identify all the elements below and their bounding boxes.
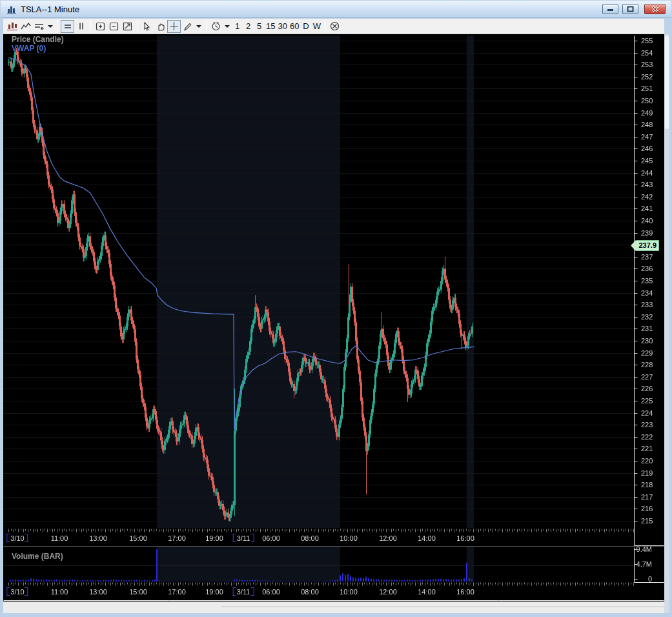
horizontal-scrollbar[interactable] [3, 602, 664, 613]
price-tick-label: 247 [641, 133, 667, 141]
price-tick-label: 220 [641, 457, 667, 465]
price-tick-label: 226 [641, 385, 667, 392]
time-tick-label: 17:00 [168, 534, 186, 542]
price-tick-label: 241 [641, 205, 667, 212]
price-tick-label: 225 [641, 397, 667, 405]
price-tick-label: 216 [641, 505, 667, 512]
chart-client-area: Price (Candle) VWAP (0) Volume (BAR) 255… [3, 34, 664, 613]
price-chart-area[interactable] [3, 34, 634, 528]
app-window: TSLA--1 Minute [0, 0, 672, 617]
price-tick-label: 254 [641, 49, 667, 57]
price-tick-label: 229 [641, 349, 667, 357]
price-tick-label: 219 [641, 469, 667, 477]
day-marker-label: 3/11 [236, 534, 251, 542]
price-tick-label: 246 [641, 145, 667, 152]
time-tick-label: 06:00 [262, 534, 280, 542]
price-tick-label: 245 [641, 157, 667, 165]
price-tick-label: 237 [641, 253, 667, 261]
window-frame-right [669, 18, 672, 617]
time-tick-label: 11:00 [51, 534, 68, 542]
price-tick-label: 228 [641, 361, 667, 369]
time-tick-label: 12:00 [379, 534, 397, 542]
time-tick-label: 06:00 [262, 588, 280, 596]
price-tick-label: 231 [641, 325, 667, 332]
volume-tick-label: 4.7M [635, 560, 652, 568]
price-tick-label: 239 [641, 229, 667, 237]
time-tick-label: 11:00 [51, 588, 68, 596]
time-tick-label: 08:00 [301, 534, 319, 542]
time-tick-label: 19:00 [205, 588, 223, 596]
vertical-scrollbar-thumb[interactable] [665, 35, 669, 129]
price-tick-label: 224 [641, 409, 667, 417]
price-tick-label: 242 [641, 193, 667, 201]
day-marker-label: 3/10 [10, 534, 25, 542]
time-tick-label: 15:00 [129, 534, 147, 542]
price-tick-label: 236 [641, 265, 667, 272]
time-tick-label: 12:00 [379, 588, 397, 596]
price-tick-label: 218 [641, 481, 667, 489]
price-tick-label: 223 [641, 421, 667, 429]
vwap-indicator-label: VWAP (0) [12, 44, 46, 53]
day-marker-label: 3/10 [10, 588, 25, 596]
time-tick-label: 15:00 [129, 588, 147, 596]
horizontal-scrollbar-groove [221, 607, 664, 608]
price-tick-label: 217 [641, 493, 667, 501]
price-tick-label: 222 [641, 433, 667, 441]
price-tick-label: 221 [641, 445, 667, 452]
volume-pane-label: Volume (BAR) [12, 552, 63, 561]
time-tick-label: 16:00 [456, 588, 474, 596]
price-tick-label: 232 [641, 313, 667, 321]
time-tick-label: 14:00 [418, 534, 436, 542]
price-tick-label: 233 [641, 301, 667, 308]
price-tick-label: 243 [641, 181, 667, 188]
time-tick-label: 13:00 [89, 588, 107, 596]
day-marker-label: 3/11 [236, 588, 251, 596]
time-tick-label: 13:00 [89, 534, 107, 542]
time-tick-label: 08:00 [301, 588, 319, 596]
price-tick-label: 240 [641, 217, 667, 225]
price-tick-label: 251 [641, 85, 667, 92]
price-tick-label: 230 [641, 337, 667, 345]
price-pane-label: Price (Candle) [12, 35, 64, 44]
price-tick-label: 249 [641, 109, 667, 117]
price-tick-label: 235 [641, 277, 667, 285]
volume-chart-area[interactable] [3, 547, 634, 582]
price-tick-label: 252 [641, 73, 667, 81]
last-price-tag: 237.9 [631, 240, 659, 251]
price-tick-label: 253 [641, 61, 667, 68]
price-tick-label: 227 [641, 373, 667, 381]
time-tick-label: 17:00 [168, 588, 186, 596]
time-tick-label: 14:00 [418, 588, 436, 596]
time-tick-label: 10:00 [340, 588, 358, 596]
time-tick-label: 19:00 [205, 534, 223, 542]
time-tick-label: 10:00 [340, 534, 358, 542]
price-tick-label: 234 [641, 289, 667, 297]
volume-tick-label: 0 [635, 575, 652, 583]
price-tick-label: 215 [641, 517, 667, 525]
window-frame-left [0, 18, 3, 617]
window-frame-bottom [0, 613, 672, 617]
vertical-scrollbar[interactable] [664, 34, 669, 613]
price-tick-label: 250 [641, 97, 667, 105]
price-tick-label: 244 [641, 169, 667, 177]
volume-tick-label: 9.4M [635, 545, 652, 553]
time-tick-label: 16:00 [456, 534, 474, 542]
price-tick-label: 248 [641, 121, 667, 128]
price-tick-label: 255 [641, 37, 667, 45]
